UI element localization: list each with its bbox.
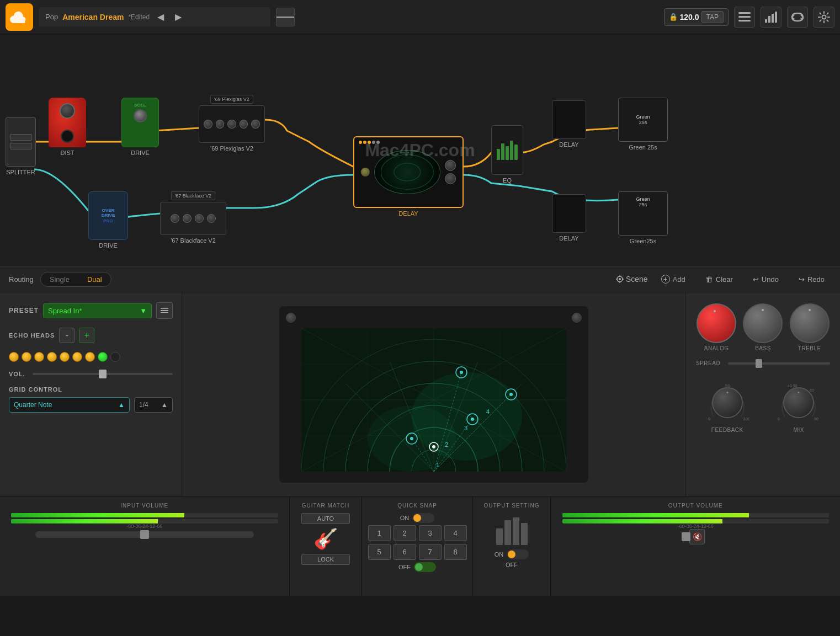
feedback-knob[interactable] xyxy=(712,387,743,418)
input-vol-label: INPUT VOLUME xyxy=(120,503,168,509)
grid-note-value: Quarter Note xyxy=(14,401,52,409)
pedal-dist[interactable]: DIST xyxy=(49,98,86,156)
cloud-logo-btn[interactable] xyxy=(6,3,33,31)
analog-knob[interactable] xyxy=(697,303,736,343)
dist-label: DIST xyxy=(60,149,74,156)
settings-btn[interactable] xyxy=(814,7,834,28)
add-btn[interactable]: + Add xyxy=(655,272,692,286)
input-vol-meter xyxy=(8,513,281,523)
pedal-drive-top[interactable]: SOLE DRIVE xyxy=(121,98,159,156)
echo-dot-9[interactable] xyxy=(110,352,120,362)
echo-dot-4[interactable] xyxy=(47,352,57,362)
os-bar-4 xyxy=(521,523,528,545)
qs-on-toggle[interactable] xyxy=(412,513,434,523)
guitar-icon[interactable]: 🎸 xyxy=(313,527,338,551)
guitar-match-section: GUITAR MATCH AUTO 🎸 LOCK xyxy=(290,497,362,596)
qs-btn-4[interactable]: 4 xyxy=(444,525,467,541)
pedal-eq[interactable]: EQ xyxy=(491,125,523,184)
lock-btn[interactable]: LOCK xyxy=(301,554,349,565)
output-setting-bars xyxy=(496,517,528,545)
loop-btn[interactable] xyxy=(787,7,808,28)
output-volume-section: OUTPUT VOLUME -60 -36 -24 -12 -6 6 🔇 xyxy=(551,497,841,596)
grid-control-section: GRID CONTROL Quarter Note ▲ 1/4 ▲ xyxy=(9,386,173,413)
lock-icon: 🔒 xyxy=(669,13,678,21)
clear-btn[interactable]: 🗑 Clear xyxy=(699,272,740,286)
next-preset-btn[interactable]: ▶ xyxy=(172,10,185,23)
dropdown-arrow-icon: ▼ xyxy=(140,307,147,315)
os-on-toggle[interactable] xyxy=(507,549,529,559)
analog-knob-group: ANALOG xyxy=(697,303,736,351)
performance-icon xyxy=(765,12,777,23)
spread-label: SPREAD xyxy=(696,360,724,366)
grid-note-dropdown[interactable]: Quarter Note ▲ xyxy=(9,397,130,413)
tap-btn[interactable]: TAP xyxy=(701,11,724,23)
preset-options-btn[interactable] xyxy=(156,302,173,319)
scene-label[interactable]: Scene xyxy=(626,275,648,284)
pedal-green25-bot[interactable]: Green25s Green25s xyxy=(618,191,668,244)
radar-display[interactable]: 1 2 3 4 xyxy=(301,328,566,472)
radar-outer: 1 2 3 4 xyxy=(279,306,588,483)
qs-btn-5[interactable]: 5 xyxy=(368,544,391,560)
vol-slider[interactable] xyxy=(33,373,173,375)
qs-btn-7[interactable]: 7 xyxy=(419,544,442,560)
qs-btn-6[interactable]: 6 xyxy=(394,544,416,560)
svg-text:4: 4 xyxy=(486,408,490,415)
echo-dot-6[interactable] xyxy=(72,352,82,362)
echo-plus-btn[interactable]: + xyxy=(79,328,94,343)
scene-area: Scene xyxy=(616,275,648,284)
qs-on-label: ON xyxy=(400,515,410,521)
echo-dot-2[interactable] xyxy=(22,352,31,362)
bpm-value[interactable]: 120.0 xyxy=(680,13,699,22)
treble-label: TREBLE xyxy=(798,345,821,351)
redo-btn[interactable]: ↪ Redo xyxy=(792,272,831,286)
mix-knob[interactable] xyxy=(783,387,814,418)
pedal-delay-bot[interactable]: DELAY xyxy=(552,194,586,242)
qs-off-toggle[interactable] xyxy=(414,562,436,572)
svg-point-38 xyxy=(432,445,435,448)
pedal-delay-main[interactable]: DELAY xyxy=(353,136,464,217)
preset-name[interactable]: American Dream xyxy=(62,13,124,22)
auto-btn[interactable]: AUTO xyxy=(301,513,349,524)
echo-dot-7[interactable] xyxy=(85,352,95,362)
spread-slider[interactable] xyxy=(728,362,830,365)
performance-btn[interactable] xyxy=(761,7,781,28)
qs-btn-1[interactable]: 1 xyxy=(368,525,391,541)
grid-fraction-dropdown[interactable]: 1/4 ▲ xyxy=(134,397,173,413)
pedal-green25-top[interactable]: Green25s Green 25s xyxy=(618,98,668,151)
qs-btn-8[interactable]: 8 xyxy=(444,544,467,560)
pedal-delay-right[interactable]: DELAY xyxy=(552,100,586,148)
routing-dual[interactable]: Dual xyxy=(78,272,111,286)
echo-dot-3[interactable] xyxy=(34,352,44,362)
setlist-btn[interactable] xyxy=(734,7,755,28)
echo-dot-8[interactable] xyxy=(98,352,108,362)
right-panel: ANALOG BASS TREBLE SPREAD xyxy=(685,292,840,496)
input-vol-fader[interactable] xyxy=(35,531,254,538)
undo-btn[interactable]: ↩ Undo xyxy=(746,272,785,286)
routing-single[interactable]: Single xyxy=(41,272,78,286)
pedal-splitter[interactable]: SPLITTER xyxy=(6,117,36,175)
qs-btn-2[interactable]: 2 xyxy=(394,525,416,541)
bass-knob[interactable] xyxy=(743,303,783,343)
output-setting-section: OUTPUT SETTING ON OFF xyxy=(474,497,551,596)
echo-minus-btn[interactable]: - xyxy=(59,328,75,343)
echo-dot-5[interactable] xyxy=(60,352,70,362)
chain-area: SPLITTER DIST SOLE DRIVE '69 Plexiglas V… xyxy=(0,34,840,266)
output-meter-fill-1 xyxy=(562,513,749,517)
pedal-drive-bot[interactable]: OVERDRIVEPRO DRIVE xyxy=(88,191,128,249)
vol-row: VOL. xyxy=(9,371,173,377)
input-meter-bar-2 xyxy=(11,519,278,523)
grid-control-label: GRID CONTROL xyxy=(9,386,173,393)
prev-preset-btn[interactable]: ◀ xyxy=(154,10,167,23)
svg-point-8 xyxy=(619,278,621,280)
pedal-amp67[interactable]: '67 Blackface V2 '67 Blackface V2 xyxy=(160,191,226,244)
qs-off-label: OFF xyxy=(398,564,411,570)
pedal-amp69[interactable]: '69 Plexiglas V2 '69 Plexiglas V2 xyxy=(199,95,265,152)
add-circle-icon: + xyxy=(661,275,670,284)
qs-btn-3[interactable]: 3 xyxy=(419,525,442,541)
output-meter-bar-1 xyxy=(562,513,830,517)
preset-dropdown[interactable]: Spread In* ▼ xyxy=(43,303,152,318)
echo-dot-1[interactable] xyxy=(9,352,19,362)
treble-knob[interactable] xyxy=(790,303,830,343)
output-mute-btn[interactable]: 🔇 xyxy=(689,529,705,544)
preset-menu-btn[interactable] xyxy=(276,8,295,26)
